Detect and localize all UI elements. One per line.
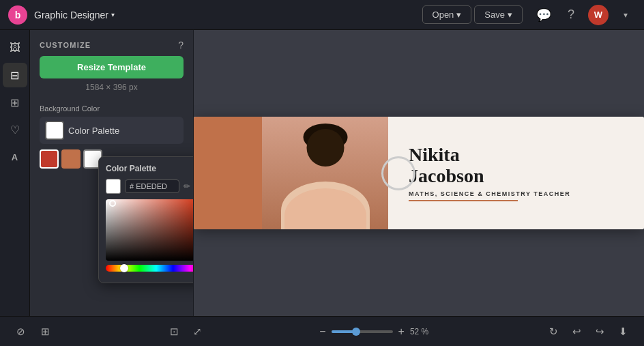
avatar[interactable]: W	[588, 5, 609, 25]
color-picker-popup: Color Palette ✏	[98, 156, 194, 283]
name-text[interactable]: Nikita Jacobson	[409, 145, 628, 187]
icon-bar-sliders-button[interactable]: ⊟	[3, 63, 27, 87]
zoom-slider-track[interactable]	[332, 330, 393, 333]
hex-swatch	[106, 179, 121, 194]
bottom-left-tools: ⊘ ⊞	[11, 322, 55, 341]
zoom-in-button[interactable]: +	[396, 326, 407, 338]
refresh-icon-button[interactable]: ↻	[544, 322, 564, 341]
background-color-label: Background Color	[30, 102, 193, 117]
color-picker-header: Color Palette	[106, 164, 194, 173]
dimensions-label: 1584 × 396 px	[30, 83, 193, 92]
topbar: b Graphic Designer ▾ Open ▾ Save ▾ 💬 ? W…	[0, 0, 644, 30]
icon-bar: 🖼 ⊟ ⊞ ♡ A	[0, 30, 30, 316]
canvas-area[interactable]: Nikita Jacobson MATHS, SCIENCE & CHEMIST…	[194, 30, 644, 316]
icon-bar-heart-button[interactable]: ♡	[3, 117, 27, 142]
edit-icon[interactable]: ✏	[184, 182, 190, 191]
zoom-thumb[interactable]	[352, 328, 360, 336]
icon-bar-grid-button[interactable]: ⊞	[3, 90, 27, 115]
help-icon[interactable]: ?	[178, 40, 184, 51]
save-button[interactable]: Save ▾	[474, 5, 523, 24]
color-swatch-preview	[45, 121, 64, 140]
app-title[interactable]: Graphic Designer ▾	[34, 10, 115, 20]
person-head	[306, 129, 344, 167]
hue-slider[interactable]	[106, 265, 194, 272]
hex-row: ✏	[106, 179, 194, 194]
canvas-left-block	[194, 117, 262, 229]
zoom-controls: − + 52 %	[317, 326, 435, 338]
help-icon-button[interactable]: ?	[561, 5, 581, 25]
zoom-percent-label: 52 %	[410, 327, 435, 336]
chat-icon-button[interactable]: 💬	[533, 5, 554, 25]
color-palette-row[interactable]: Color Palette	[40, 117, 184, 144]
crop-icon-button[interactable]: ⊡	[164, 322, 184, 341]
bottombar: ⊘ ⊞ ⊡ ⤢ − + 52 % ↻ ↩ ↪ ⬇	[0, 316, 644, 346]
icon-bar-text-button[interactable]: A	[3, 145, 27, 169]
grid-layout-icon-button[interactable]: ⊞	[35, 322, 55, 341]
more-options-icon-button[interactable]: ▾	[615, 5, 636, 25]
customize-label: CUSTOMIZE	[40, 41, 91, 49]
open-button[interactable]: Open ▾	[422, 5, 472, 24]
circle-accent	[381, 156, 415, 190]
sidebar-header: CUSTOMIZE ?	[30, 30, 193, 56]
swatch-red-active[interactable]	[40, 149, 59, 169]
sidebar: CUSTOMIZE ? Resize Template 1584 × 396 p…	[30, 30, 194, 316]
canvas-wrapper: Nikita Jacobson MATHS, SCIENCE & CHEMIST…	[194, 117, 644, 229]
download-icon-button[interactable]: ⬇	[614, 322, 633, 341]
hex-input[interactable]	[125, 179, 179, 193]
hue-thumb	[120, 264, 128, 272]
logo[interactable]: b	[8, 5, 27, 25]
resize-template-button[interactable]: Resize Template	[40, 56, 184, 78]
bottom-right-tools: ↻ ↩ ↪ ⬇	[544, 322, 633, 341]
swatch-orange[interactable]	[61, 149, 80, 169]
chevron-down-icon: ▾	[111, 11, 115, 18]
zoom-out-button[interactable]: −	[317, 326, 328, 338]
color-palette-label: Color Palette	[68, 126, 119, 136]
underline-accent	[409, 200, 518, 201]
resize-icon-button[interactable]: ⤢	[188, 322, 207, 341]
canvas-photo-area	[262, 117, 388, 229]
subtitle-text[interactable]: MATHS, SCIENCE & CHEMISTRY TEACHER	[409, 190, 628, 197]
bottom-center-tools: ⊡ ⤢	[164, 322, 207, 341]
design-canvas[interactable]: Nikita Jacobson MATHS, SCIENCE & CHEMIST…	[194, 117, 644, 229]
person-photo	[262, 117, 388, 229]
icon-bar-image-button[interactable]: 🖼	[3, 35, 27, 60]
open-chevron-icon: ▾	[456, 10, 461, 20]
color-gradient-area[interactable]	[106, 199, 194, 261]
gradient-cursor	[109, 200, 116, 207]
redo-icon-button[interactable]: ↪	[591, 322, 610, 341]
hue-slider-row	[106, 265, 194, 272]
main-area: 🖼 ⊟ ⊞ ♡ A CUSTOMIZE ? Resize Template 15…	[0, 30, 644, 316]
undo-icon-button[interactable]: ↩	[568, 322, 587, 341]
canvas-right-area: Nikita Jacobson MATHS, SCIENCE & CHEMIST…	[388, 117, 644, 229]
save-chevron-icon: ▾	[508, 10, 512, 20]
layers-icon-button[interactable]: ⊘	[11, 322, 30, 341]
